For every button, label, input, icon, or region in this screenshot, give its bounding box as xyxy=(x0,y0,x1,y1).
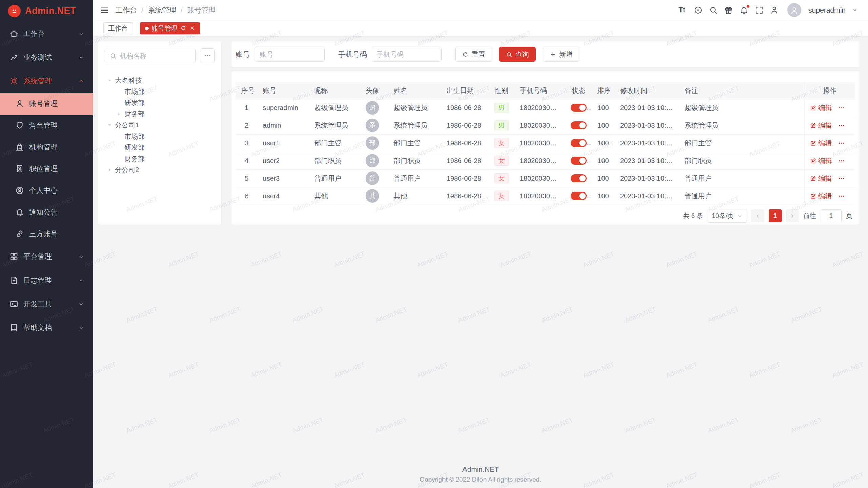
search-button[interactable]: 查询 xyxy=(499,47,536,62)
tree-node-6[interactable]: 研发部 xyxy=(105,142,215,153)
row-more-icon[interactable] xyxy=(838,104,845,111)
goto-page-input[interactable] xyxy=(821,209,842,222)
row-avatar: 部 xyxy=(366,136,379,150)
tab-refresh-icon[interactable] xyxy=(180,25,186,31)
status-toggle[interactable] xyxy=(571,192,587,200)
cell-gender: 女 xyxy=(489,169,514,187)
reset-button[interactable]: 重置 xyxy=(455,47,492,62)
breadcrumb-item-0[interactable]: 工作台 xyxy=(116,5,137,15)
search-icon[interactable] xyxy=(709,6,718,15)
pagination: 共 6 条 10条/页 1 前往 页 xyxy=(236,209,855,223)
role-icon xyxy=(15,121,24,130)
tree-node-7[interactable]: 财务部 xyxy=(105,153,215,164)
sidebar-item-2[interactable]: 系统管理 xyxy=(0,69,93,93)
edit-button[interactable]: 编辑 xyxy=(810,103,832,113)
page-size-select[interactable]: 10条/页 xyxy=(708,209,747,223)
tree-node-4[interactable]: 分公司1 xyxy=(105,120,215,131)
tree-caret-icon[interactable] xyxy=(116,111,122,117)
account-input[interactable] xyxy=(255,47,325,62)
edit-label: 编辑 xyxy=(818,191,832,201)
sidebar-item-1[interactable]: 业务测试 xyxy=(0,45,93,69)
org-search-input[interactable] xyxy=(120,52,191,60)
edit-button[interactable]: 编辑 xyxy=(810,156,832,165)
chevron-up-icon xyxy=(78,78,84,84)
prev-page-button[interactable] xyxy=(751,209,764,222)
refresh-icon xyxy=(462,51,469,58)
row-more-icon[interactable] xyxy=(838,192,845,200)
font-size-icon[interactable]: Tt xyxy=(676,6,687,15)
gender-tag: 男 xyxy=(494,103,509,113)
chevron-right-icon xyxy=(789,213,795,219)
avatar[interactable] xyxy=(787,3,801,17)
username[interactable]: superadmin xyxy=(808,6,846,14)
theme-icon[interactable] xyxy=(694,6,703,15)
tree-node-3[interactable]: 财务部 xyxy=(105,108,215,120)
breadcrumb-item-1[interactable]: 系统管理 xyxy=(148,5,176,15)
sidebar-subitem-2-3[interactable]: 职位管理 xyxy=(0,158,93,180)
edit-button[interactable]: 编辑 xyxy=(810,121,832,130)
row-more-icon[interactable] xyxy=(838,157,845,164)
sidebar-item-6[interactable]: 帮助文档 xyxy=(0,316,93,340)
column-header-12: 操作 xyxy=(804,82,855,99)
caret-placeholder xyxy=(116,145,122,150)
add-button[interactable]: 新增 xyxy=(543,47,579,62)
status-toggle[interactable] xyxy=(571,157,587,165)
tree-node-8[interactable]: 分公司2 xyxy=(105,164,215,176)
goto-label: 前往 xyxy=(803,211,816,220)
chevron-down-icon xyxy=(737,213,743,219)
chevron-down-icon[interactable] xyxy=(852,7,858,13)
phone-input[interactable] xyxy=(372,47,442,62)
sidebar-subitem-2-6[interactable]: 三方账号 xyxy=(0,223,93,245)
notification-icon[interactable] xyxy=(739,6,748,15)
gift-icon[interactable] xyxy=(724,6,733,15)
cell-modified-time: 2023-01-03 10:59:44 xyxy=(615,117,679,134)
fullscreen-icon[interactable] xyxy=(755,6,764,15)
edit-label: 编辑 xyxy=(818,103,832,113)
cell-nickname: 部门主管 xyxy=(309,134,356,152)
page-unit: 页 xyxy=(846,211,852,220)
tree-caret-icon[interactable] xyxy=(107,167,113,173)
row-more-icon[interactable] xyxy=(838,122,845,129)
edit-button[interactable]: 编辑 xyxy=(810,191,832,201)
sidebar-subitem-2-0[interactable]: 账号管理 xyxy=(0,93,93,115)
cell-birth-date: 1986-06-28 xyxy=(441,117,489,134)
row-more-icon[interactable] xyxy=(838,175,845,182)
tree-node-0[interactable]: 大名科技 xyxy=(105,75,215,86)
status-toggle[interactable] xyxy=(571,139,587,147)
edit-button[interactable]: 编辑 xyxy=(810,139,832,148)
edit-label: 编辑 xyxy=(818,174,832,183)
sidebar-subitem-2-2[interactable]: 机构管理 xyxy=(0,136,93,158)
sidebar-item-5[interactable]: 开发工具 xyxy=(0,292,93,316)
tree-node-label: 分公司2 xyxy=(115,165,139,175)
tree-node-2[interactable]: 研发部 xyxy=(105,97,215,108)
cell-sort: 100 xyxy=(592,187,615,205)
sidebar-subitem-2-4[interactable]: 个人中心 xyxy=(0,180,93,201)
edit-button[interactable]: 编辑 xyxy=(810,174,832,183)
sidebar-subitem-2-5[interactable]: 通知公告 xyxy=(0,201,93,223)
org-more-button[interactable] xyxy=(200,48,215,63)
tree-node-5[interactable]: 市场部 xyxy=(105,131,215,142)
tree-node-label: 财务部 xyxy=(124,154,145,163)
next-page-button[interactable] xyxy=(786,209,799,222)
sidebar-subitem-label: 账号管理 xyxy=(29,99,58,108)
tree-caret-icon[interactable] xyxy=(107,122,113,128)
page-1-button[interactable]: 1 xyxy=(769,209,782,222)
status-toggle[interactable] xyxy=(571,121,587,129)
status-toggle[interactable] xyxy=(571,174,587,182)
hamburger-icon[interactable] xyxy=(100,5,110,15)
sidebar-item-4[interactable]: 日志管理 xyxy=(0,268,93,292)
tab-close-icon[interactable] xyxy=(189,25,195,31)
tree-node-1[interactable]: 市场部 xyxy=(105,86,215,97)
breadcrumb-item-2[interactable]: 账号管理 xyxy=(187,5,216,15)
status-toggle[interactable] xyxy=(571,104,587,112)
tab-1[interactable]: 账号管理 xyxy=(140,22,200,34)
row-more-icon[interactable] xyxy=(838,140,845,147)
tree-caret-icon[interactable] xyxy=(107,78,113,83)
sidebar-item-3[interactable]: 平台管理 xyxy=(0,245,93,268)
tab-0[interactable]: 工作台 xyxy=(103,22,133,34)
user-icon[interactable] xyxy=(770,6,779,15)
footer-title: Admin.NET xyxy=(93,465,868,473)
sidebar-subitem-2-1[interactable]: 角色管理 xyxy=(0,115,93,136)
table-header-row: 序号账号昵称头像姓名出生日期性别手机号码状态排序修改时间备注操作 xyxy=(236,82,855,99)
sidebar-item-0[interactable]: 工作台 xyxy=(0,22,93,45)
